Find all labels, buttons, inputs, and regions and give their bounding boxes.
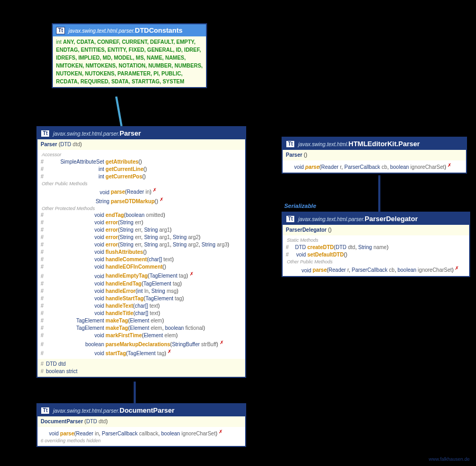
method-row: void parse(Reader r, ParserCallback cb, …: [286, 265, 466, 274]
constants-body: int ANY, CDATA, CONREF, CURRENT, DEFAULT…: [53, 36, 206, 87]
tt-icon: Tt: [286, 215, 295, 223]
box-documentparser: Tt javax.swing.text.html.parser.Document…: [36, 403, 246, 447]
label-other-pub: Other Public Methods: [41, 180, 242, 187]
footer-link[interactable]: www.falkhausen.de: [428, 457, 470, 462]
classname: HTMLEditorKit.Parser: [349, 140, 420, 148]
method-row: #int getCurrentLine(): [41, 166, 242, 173]
tt-icon: Tt: [41, 407, 50, 414]
classname: ParserDelegator: [365, 215, 417, 223]
box-dtdconstants: Tt javax.swing.text.html.parser.DTDConst…: [52, 23, 207, 88]
header-dtdconstants: Tt javax.swing.text.html.parser.DTDConst…: [53, 24, 206, 36]
label-other-pub: Other Public Methods: [286, 259, 466, 265]
methods-body: void parse(Reader in, ParserCallback cal…: [38, 427, 245, 446]
method-row: void parse(Reader r, ParserCallback cb, …: [286, 162, 463, 171]
method-row: String parseDTDMarkup() ✗: [41, 196, 242, 205]
ctor-row: Parser (DTD dtd): [38, 139, 245, 150]
method-row: #boolean parseMarkupDeclarations(StringB…: [41, 339, 242, 348]
tt-icon: Tt: [41, 130, 50, 137]
method-row: #void flushAttributes(): [41, 249, 242, 256]
constants-list: ANY, CDATA, CONREF, CURRENT, DEFAULT, EM…: [56, 39, 203, 84]
svg-line-0: [116, 97, 122, 126]
method-row: #int getCurrentPos(): [41, 173, 242, 180]
method-row: #void handleError(int ln, String msg): [41, 288, 242, 295]
serializable-label: Serializable: [284, 203, 316, 209]
classname: Parser: [119, 129, 141, 137]
method-row: #void error(String err, String arg1, Str…: [41, 241, 242, 249]
tt-icon: Tt: [56, 27, 65, 34]
pkg: javax.swing.text.html.parser.: [68, 28, 135, 34]
method-row: #void handleComment(char[] text): [41, 256, 242, 263]
method-row: #void handleStartTag(TagElement tag): [41, 295, 242, 302]
field-row: #boolean strict: [41, 368, 242, 375]
methods-body: void parse(Reader r, ParserCallback cb, …: [283, 160, 466, 173]
pkg: javax.swing.text.html.parser.: [298, 216, 365, 222]
method-row: #void error(String err): [41, 219, 242, 226]
pkg: javax.swing.text.html.parser.: [53, 408, 119, 414]
method-row: #TagElement makeTag(Element elem): [41, 317, 242, 325]
pkg: javax.swing.text.html.parser.: [53, 131, 119, 137]
field-row: #DTD dtd: [41, 360, 242, 368]
box-parser: Tt javax.swing.text.html.parser.Parser P…: [36, 126, 246, 378]
method-row: #SimpleAttributeSet getAttributes(): [41, 158, 242, 166]
method-row: #void setDefaultDTD(): [286, 251, 466, 259]
classname: DocumentParser: [119, 406, 174, 414]
method-row: #TagElement makeTag(Element elem, boolea…: [41, 325, 242, 332]
method-row: #void error(String err, String arg1, Str…: [41, 234, 242, 241]
method-row: void parse(Reader in, ParserCallback cal…: [41, 429, 242, 438]
method-row: #void endTag(boolean omitted): [41, 212, 242, 219]
method-row: void parse(Reader in) ✗: [41, 187, 242, 196]
label-accessor: Accessor: [41, 151, 242, 158]
method-row: #void startTag(TagElement tag) ✗: [41, 348, 242, 357]
classname: DTDConstants: [135, 26, 182, 34]
tt-icon: Tt: [286, 140, 295, 148]
method-row: #DTD createDTD(DTD dtd, String name): [286, 244, 466, 251]
method-row: #void handleEmptyTag(TagElement tag) ✗: [41, 271, 242, 280]
label-static: Static Methods: [286, 237, 466, 244]
fields-body: #DTD dtd#boolean strict: [38, 359, 245, 377]
ctor-row: Parser (): [283, 150, 466, 160]
box-parserdelegator: Tt javax.swing.text.html.parser.ParserDe…: [282, 212, 470, 277]
header-parser: Tt javax.swing.text.html.parser.Parser: [38, 127, 245, 139]
pkg: javax.swing.text.html.: [298, 141, 348, 147]
methods-body: Static Methods#DTD createDTD(DTD dtd, St…: [283, 235, 469, 276]
methods-body: Accessor #SimpleAttributeSet getAttribut…: [38, 150, 245, 359]
int-label: int: [56, 39, 62, 45]
header-documentparser: Tt javax.swing.text.html.parser.Document…: [38, 404, 245, 416]
label-other-prot: Other Protected Methods: [41, 205, 242, 212]
method-row: #void handleEndTag(TagElement tag): [41, 280, 242, 288]
method-row: #void markFirstTime(Element elem): [41, 332, 242, 339]
box-htmlparser: Tt javax.swing.text.html.HTMLEditorKit.P…: [282, 137, 467, 174]
method-row: #void handleText(char[] text): [41, 302, 242, 310]
method-row: #void handleTitle(char[] text): [41, 310, 242, 317]
header-parserdelegator: Tt javax.swing.text.html.parser.ParserDe…: [283, 213, 469, 225]
method-row: #void handleEOFInComment(): [41, 263, 242, 271]
ctor-row: ParserDelegator (): [283, 225, 469, 235]
hidden-note: 6 overriding methods hidden: [41, 438, 242, 444]
header-htmlparser: Tt javax.swing.text.html.HTMLEditorKit.P…: [283, 138, 466, 150]
method-row: #void error(String err, String arg1): [41, 226, 242, 234]
ctor-row: DocumentParser (DTD dtd): [38, 416, 245, 427]
